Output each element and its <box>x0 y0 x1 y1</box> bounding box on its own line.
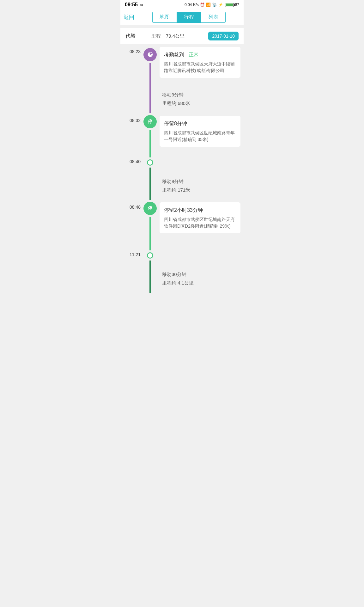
battery-value: 87 <box>235 3 239 7</box>
line-top <box>149 247 151 250</box>
line-bottom <box>149 217 151 247</box>
stop-title: 停留2小时33分钟 <box>164 206 236 214</box>
list-item: 08:32 停 停留8分钟 四川省成都市武侯区世纪城南路青年一号附近(精确到 3… <box>120 113 244 154</box>
move-duration: 移动8分钟 <box>162 177 238 186</box>
event-time: 08:32 <box>130 113 141 123</box>
move-card: 移动9分钟 里程约:680米 <box>160 87 240 111</box>
list-item: 移动8分钟 里程约:171米 <box>120 171 244 200</box>
signal-icon: 📡 <box>212 3 217 7</box>
mileage-label: 里程 <box>151 33 161 39</box>
line-bottom <box>149 63 151 82</box>
lightning-icon: ⚡ <box>218 3 223 7</box>
move-distance: 里程约:171米 <box>162 186 238 194</box>
move-distance: 里程约:680米 <box>162 99 238 107</box>
clock-icon: ⏰ <box>200 3 205 7</box>
move-card: 移动30分钟 里程约:4.1公里 <box>160 267 240 290</box>
move-duration: 移动30分钟 <box>162 270 238 279</box>
event-time: 08:48 <box>130 200 141 209</box>
line-bottom <box>149 168 151 171</box>
end-node <box>147 252 153 259</box>
list-item: 移动30分钟 里程约:4.1公里 <box>120 264 244 293</box>
wifi-icon: 📶 <box>206 3 211 7</box>
event-time: 08:23 <box>130 44 141 54</box>
stop-node: 停 <box>143 202 157 215</box>
stop-node: 停 <box>143 115 157 128</box>
line-top <box>149 154 151 157</box>
event-card: 考勤签到 正常 四川省成都市武侯区天府大道中段辅路靠近腾讯科技(成都)有限公司 <box>160 47 240 78</box>
end-node <box>147 159 153 166</box>
speed-value: 0.04 <box>185 3 192 7</box>
list-item: 08:40 <box>120 154 244 171</box>
stop-card: 停留8分钟 四川省成都市武侯区世纪城南路青年一号附近(精确到 35米) <box>160 116 240 147</box>
status-bar: 09:55 ∞ 0.04 K/s ⏰ 📶 📡 ⚡ 87 <box>120 0 244 9</box>
status-time: 09:55 <box>125 2 138 8</box>
battery-icon <box>225 3 234 7</box>
tab-list[interactable]: 列表 <box>201 12 226 23</box>
line-bottom <box>149 261 151 264</box>
stop-title: 停留8分钟 <box>164 120 236 128</box>
tab-group: 地图 行程 列表 <box>137 12 240 23</box>
move-duration: 移动9分钟 <box>162 90 238 99</box>
back-button[interactable]: 返回 <box>124 11 137 23</box>
timeline: 08:23 ☯ 考勤签到 正常 四川省成都市武侯区天府大道中段辅路靠近腾讯科技(… <box>120 44 244 302</box>
date-badge: 2017-01-10 <box>208 32 239 40</box>
stop-address: 四川省成都市武侯区世纪城南路天府软件园D区D2楼附近(精确到 29米) <box>164 216 236 230</box>
event-status: 正常 <box>189 52 199 57</box>
tab-map[interactable]: 地图 <box>152 12 177 23</box>
event-time: 08:40 <box>130 154 141 164</box>
line-top <box>149 171 151 200</box>
list-item: 08:23 ☯ 考勤签到 正常 四川省成都市武侯区天府大道中段辅路靠近腾讯科技(… <box>120 44 244 82</box>
line-bottom <box>149 130 151 154</box>
line-top <box>149 44 151 46</box>
stop-label: 停 <box>148 119 152 125</box>
line-top <box>149 82 151 113</box>
stop-label: 停 <box>148 205 152 211</box>
line-top <box>149 264 151 293</box>
stop-address: 四川省成都市武侯区世纪城南路青年一号附近(精确到 35米) <box>164 130 236 143</box>
mileage-value: 79.4公里 <box>166 33 185 39</box>
move-distance: 里程约:4.1公里 <box>162 279 238 287</box>
driver-name: 代毅 <box>125 33 136 40</box>
info-bar: 代毅 里程 79.4公里 2017-01-10 <box>120 28 244 44</box>
move-card: 移动8分钟 里程约:171米 <box>160 174 240 197</box>
list-item: 08:48 停 停留2小时33分钟 四川省成都市武侯区世纪城南路天府软件园D区D… <box>120 200 244 247</box>
event-address: 四川省成都市武侯区天府大道中段辅路靠近腾讯科技(成都)有限公司 <box>164 61 236 74</box>
fingerprint-node: ☯ <box>143 48 157 61</box>
event-time: 11:21 <box>130 247 141 257</box>
fingerprint-icon: ☯ <box>147 51 153 58</box>
tab-trip[interactable]: 行程 <box>177 12 201 23</box>
network-icon: ∞ <box>140 2 143 7</box>
list-item: 11:21 <box>120 247 244 264</box>
nav-bar: 返回 地图 行程 列表 <box>120 9 244 25</box>
stop-card: 停留2小时33分钟 四川省成都市武侯区世纪城南路天府软件园D区D2楼附近(精确到… <box>160 202 240 233</box>
list-item: 移动9分钟 里程约:680米 <box>120 82 244 113</box>
speed-unit: K/s <box>193 3 198 7</box>
event-title: 考勤签到 正常 <box>164 51 236 59</box>
